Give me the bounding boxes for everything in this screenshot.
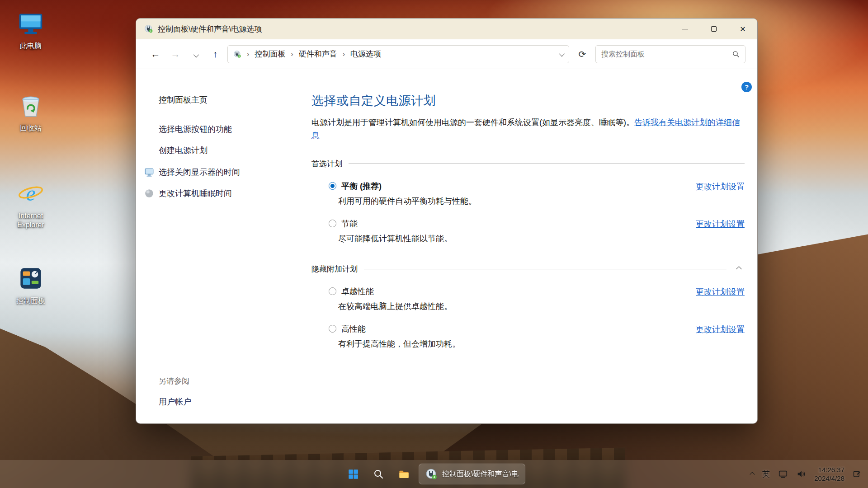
- clock[interactable]: 14:26:37 2024/4/28: [814, 465, 844, 483]
- radio-power-saver[interactable]: [329, 220, 336, 227]
- search-input[interactable]: [601, 50, 728, 58]
- forward-button[interactable]: →: [168, 49, 183, 60]
- collapse-section-button[interactable]: [733, 267, 745, 271]
- pen-input-icon[interactable]: [853, 469, 862, 479]
- section-label: 首选计划: [311, 159, 342, 169]
- plan-description: 尽可能降低计算机性能以节能。: [311, 233, 696, 244]
- help-button[interactable]: ?: [741, 82, 752, 92]
- display-icon: [144, 167, 154, 177]
- chevron-down-icon: [193, 52, 199, 57]
- change-plan-settings-link[interactable]: 更改计划设置: [696, 324, 745, 335]
- change-plan-settings-link[interactable]: 更改计划设置: [696, 181, 745, 192]
- maximize-button[interactable]: [699, 19, 728, 39]
- desktop-icon-label: 控制面板: [16, 296, 45, 305]
- ime-language-indicator[interactable]: 英: [762, 469, 770, 479]
- plan-description: 有利于提高性能，但会增加功耗。: [311, 338, 696, 349]
- desktop-icon-label: 回收站: [20, 124, 42, 133]
- taskbar-search-button[interactable]: [368, 464, 389, 484]
- power-options-icon: [425, 468, 438, 480]
- tray-time: 14:26:37: [814, 465, 844, 474]
- plan-name[interactable]: 节能: [341, 218, 358, 229]
- network-icon[interactable]: [778, 469, 788, 479]
- plan-row-high-performance: 高性能 有利于提高性能，但会增加功耗。 更改计划设置: [311, 324, 745, 349]
- intro-text: 电源计划是用于管理计算机如何使用电源的一套硬件和系统设置(如显示器亮度、睡眠等)…: [311, 118, 634, 127]
- file-explorer-button[interactable]: [393, 464, 414, 484]
- section-label: 隐藏附加计划: [311, 264, 358, 274]
- folder-icon: [398, 468, 410, 480]
- minimize-icon: [682, 29, 688, 29]
- power-options-icon: [233, 50, 241, 58]
- close-button[interactable]: ✕: [728, 19, 757, 39]
- address-dropdown[interactable]: [559, 50, 563, 58]
- window-title: 控制面板\硬件和声音\电源选项: [158, 24, 262, 34]
- desktop-icon-control-panel[interactable]: 控制面板: [5, 263, 57, 305]
- chevron-up-icon: [736, 266, 742, 272]
- preferred-plans-section-header: 首选计划: [311, 159, 745, 169]
- desktop-icon-this-pc[interactable]: 此电脑: [5, 8, 57, 51]
- sidebar-item-power-buttons[interactable]: 选择电源按钮的功能: [136, 124, 290, 135]
- plan-description: 在较高端电脑上提供卓越性能。: [311, 301, 696, 312]
- desktop-icon-internet-explorer[interactable]: e Internet Explorer: [5, 178, 57, 230]
- svg-text:e: e: [26, 181, 36, 205]
- plan-row-balanced: 平衡 (推荐) 利用可用的硬件自动平衡功耗与性能。 更改计划设置: [311, 181, 745, 206]
- tray-overflow-button[interactable]: [750, 470, 754, 478]
- change-plan-settings-link[interactable]: 更改计划设置: [696, 286, 745, 297]
- sidebar-item-label: 选择关闭显示器的时间: [159, 168, 240, 177]
- plan-description: 利用可用的硬件自动平衡功耗与性能。: [311, 196, 696, 206]
- radio-high-performance[interactable]: [329, 325, 336, 333]
- desktop-icon-label: Internet Explorer: [5, 211, 57, 230]
- taskbar-app-label: 控制面板\硬件和声音\电: [442, 469, 519, 479]
- radio-ultimate-performance[interactable]: [329, 287, 336, 295]
- breadcrumb-item-power-options[interactable]: 电源选项: [350, 49, 381, 59]
- window-titlebar[interactable]: 控制面板\硬件和声音\电源选项 ✕: [136, 19, 757, 39]
- intro-paragraph: 电源计划是用于管理计算机如何使用电源的一套硬件和系统设置(如显示器亮度、睡眠等)…: [311, 116, 745, 142]
- refresh-button[interactable]: ⟳: [574, 49, 591, 60]
- minimize-button[interactable]: [670, 19, 699, 39]
- breadcrumb[interactable]: › 控制面板 › 硬件和声音 › 电源选项: [227, 45, 569, 63]
- breadcrumb-separator: ›: [291, 50, 293, 58]
- plan-row-ultimate-performance: 卓越性能 在较高端电脑上提供卓越性能。 更改计划设置: [311, 286, 745, 312]
- tray-date: 2024/4/28: [814, 474, 844, 483]
- navigation-bar: ← → ↑ › 控制面板 › 硬件和声音 › 电源选项 ⟳: [136, 39, 757, 69]
- plan-name[interactable]: 卓越性能: [341, 286, 374, 297]
- windows-logo-icon: [347, 468, 359, 480]
- sidebar-item-sleep-time[interactable]: 更改计算机睡眠时间: [136, 188, 290, 199]
- taskbar-app-control-panel[interactable]: 控制面板\硬件和声音\电: [419, 464, 525, 484]
- breadcrumb-separator: ›: [247, 50, 249, 58]
- search-icon: [373, 469, 384, 479]
- section-rule: [349, 164, 745, 164]
- plan-name[interactable]: 平衡 (推荐): [341, 181, 382, 192]
- plan-name[interactable]: 高性能: [341, 324, 366, 334]
- search-box[interactable]: [595, 45, 745, 63]
- close-icon: ✕: [740, 25, 745, 33]
- sidebar: 控制面板主页 选择电源按钮的功能 创建电源计划 选择关闭显示器的时间: [136, 69, 290, 423]
- desktop-icon-recycle-bin[interactable]: 回收站: [5, 90, 57, 133]
- volume-icon[interactable]: [796, 469, 806, 479]
- up-button[interactable]: ↑: [208, 49, 223, 60]
- recent-pages-dropdown[interactable]: [188, 49, 203, 60]
- breadcrumb-item-hardware-and-sound[interactable]: 硬件和声音: [299, 49, 337, 59]
- radio-balanced[interactable]: [329, 182, 336, 190]
- breadcrumb-item-control-panel[interactable]: 控制面板: [255, 49, 285, 59]
- sidebar-item-user-accounts[interactable]: 用户帐户: [159, 396, 290, 407]
- plan-row-power-saver: 节能 尽可能降低计算机性能以节能。 更改计划设置: [311, 218, 745, 244]
- control-panel-icon: [15, 263, 46, 294]
- section-rule: [364, 269, 726, 269]
- main-content: ? 选择或自定义电源计划 电源计划是用于管理计算机如何使用电源的一套硬件和系统设…: [290, 69, 757, 423]
- back-button[interactable]: ←: [148, 49, 163, 60]
- sleep-sphere-icon: [144, 188, 154, 198]
- control-panel-window: 控制面板\硬件和声音\电源选项 ✕ ← → ↑ › 控: [136, 18, 758, 424]
- page-title: 选择或自定义电源计划: [311, 93, 745, 109]
- see-also-section: 另请参阅 用户帐户: [136, 376, 290, 407]
- start-button[interactable]: [343, 464, 363, 484]
- taskbar: 控制面板\硬件和声音\电 英 14:26:37 2024/4/28: [0, 460, 868, 488]
- sidebar-item-label: 更改计算机睡眠时间: [159, 189, 232, 198]
- sidebar-item-display-off-time[interactable]: 选择关闭显示器的时间: [136, 167, 290, 178]
- change-plan-settings-link[interactable]: 更改计划设置: [696, 219, 745, 230]
- chevron-up-icon: [750, 472, 755, 477]
- maximize-icon: [711, 26, 717, 32]
- sidebar-item-home[interactable]: 控制面板主页: [136, 94, 290, 105]
- sidebar-item-create-plan[interactable]: 创建电源计划: [136, 145, 290, 156]
- this-pc-icon: [15, 8, 46, 39]
- search-icon[interactable]: [732, 50, 740, 58]
